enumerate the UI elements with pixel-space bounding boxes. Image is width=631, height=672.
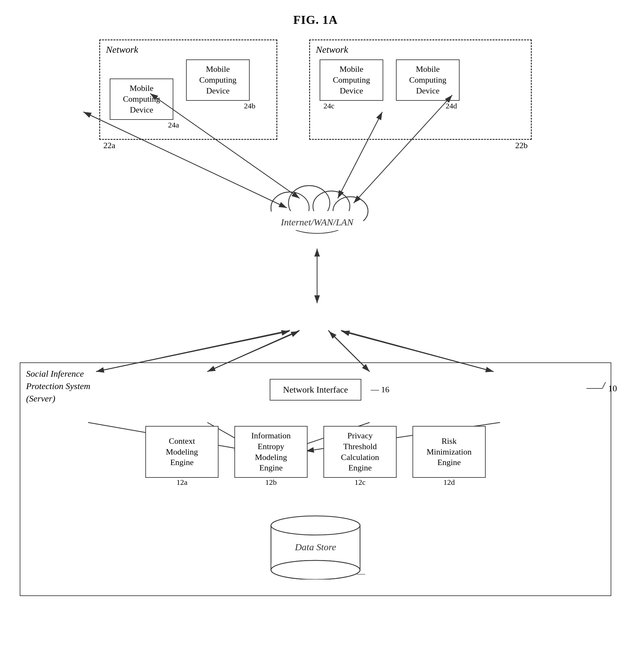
network-right-label: Network: [316, 44, 348, 55]
svg-line-36: [602, 382, 606, 388]
engine-12b-ref: 12b: [265, 477, 277, 487]
network-right-ref: 22b: [515, 141, 528, 150]
server-section: Social Inference Protection System (Serv…: [20, 362, 611, 596]
page-title: FIG. 1A: [293, 13, 338, 27]
device-24d-ref: 24d: [446, 101, 457, 111]
datastore-cylinder: Data Store — 14: [265, 509, 366, 579]
engine-12a: Context Modeling Engine 12a: [145, 426, 218, 478]
device-24d-label: Mobile Computing Device: [409, 64, 446, 96]
engine-12a-ref: 12a: [177, 477, 188, 487]
network-right: Network Mobile Computing Device 24c Mobi…: [309, 40, 532, 140]
network-interface-row: Network Interface — 16: [33, 379, 598, 401]
device-24c: Mobile Computing Device 24c: [320, 59, 383, 101]
engine-12d: Risk Minimization Engine 12d: [413, 426, 486, 478]
network-interface-label: Network Interface: [283, 385, 348, 394]
engine-12c: Privacy Threshold Calculation Engine 12c: [324, 426, 397, 478]
device-24c-label: Mobile Computing Device: [333, 64, 370, 96]
engine-12d-ref: 12d: [443, 477, 455, 487]
datastore-section: Data Store — 14: [33, 509, 598, 579]
svg-point-41: [271, 560, 360, 579]
engine-12d-label: Risk Minimization Engine: [426, 436, 472, 468]
network-left: Network Mobile Computing Device 24a Mobi…: [99, 40, 277, 140]
engine-12a-label: Context Modeling Engine: [166, 436, 198, 468]
network-interface-ref: — 16: [371, 385, 390, 394]
device-24b-ref: 24b: [244, 101, 255, 111]
svg-point-38: [271, 516, 360, 535]
svg-text:— 14: — 14: [356, 569, 366, 578]
engine-12c-label: Privacy Threshold Calculation Engine: [341, 430, 379, 473]
device-24b: Mobile Computing Device 24b: [186, 59, 250, 101]
network-left-ref: 22a: [103, 141, 115, 150]
engine-12c-ref: 12c: [355, 477, 366, 487]
network-left-label: Network: [106, 44, 138, 55]
engine-12b-label: Information Entropy Modeling Engine: [251, 430, 291, 473]
engine-12b: Information Entropy Modeling Engine 12b: [234, 426, 307, 478]
svg-text:Data Store: Data Store: [295, 542, 336, 552]
device-24a-ref: 24a: [168, 120, 179, 130]
device-24b-label: Mobile Computing Device: [199, 64, 236, 96]
device-24c-ref: 24c: [324, 101, 334, 111]
network-interface-box: Network Interface — 16: [270, 379, 361, 401]
device-24a-label: Mobile Computing Device: [123, 83, 160, 115]
device-24d: Mobile Computing Device 24d: [396, 59, 460, 101]
engines-row: Context Modeling Engine 12a Information …: [33, 426, 598, 478]
device-24a: Mobile Computing Device 24a: [110, 78, 173, 120]
